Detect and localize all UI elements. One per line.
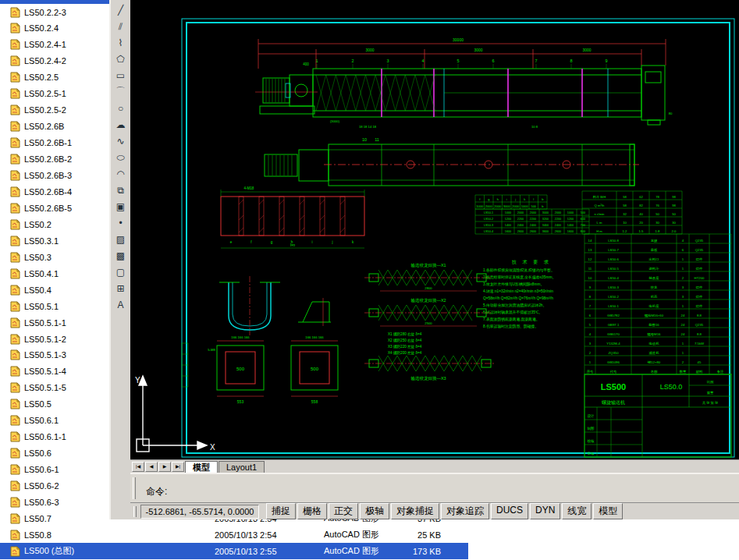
table-cell: 2000 xyxy=(530,211,536,214)
section-seg-dims: 166 166 166 xyxy=(305,335,324,339)
table-cell: 1400 xyxy=(567,224,574,227)
table-cell: 2000 xyxy=(555,211,561,214)
table-cell: 50 xyxy=(672,212,676,216)
table-cell: 3 xyxy=(682,285,684,289)
status-toggle-DUCS[interactable]: DUCS xyxy=(491,503,528,519)
table-cell: 1000 xyxy=(476,204,484,208)
tab-nav-last[interactable]: ▶| xyxy=(172,462,184,472)
status-toggle-极轴[interactable]: 极轴 xyxy=(360,503,389,519)
table-cell: 料斗 B/H xyxy=(593,195,606,199)
arc-tool-button[interactable]: ⌒ xyxy=(112,83,129,100)
tab-模型[interactable]: 模型 xyxy=(185,461,218,473)
tab-nav-next[interactable]: ▶ xyxy=(158,462,171,472)
table-cell: GB97.1 xyxy=(608,323,620,327)
spline-tool-button[interactable]: ∿ xyxy=(112,133,129,149)
table-cell: 轴承座 xyxy=(649,276,660,280)
table-cell: LS50-2 xyxy=(484,218,493,221)
table-cell: 材料 xyxy=(695,370,703,374)
section-inner-dim: 500 xyxy=(236,367,245,371)
dwg-file-icon xyxy=(10,203,20,214)
region-tool-button[interactable]: ▢ xyxy=(112,264,129,280)
table-cell: 98 xyxy=(672,195,676,199)
table-cell: 82 xyxy=(639,204,643,207)
file-item[interactable]: LS500 (总图)2005/10/13 2:55AutoCAD 图形173 K… xyxy=(0,543,739,559)
command-prompt[interactable]: 命令: xyxy=(146,485,167,498)
rectangle-tool-button[interactable]: ▭ xyxy=(112,67,129,83)
table-cell: 24 xyxy=(681,323,685,327)
status-toggle-对象追踪[interactable]: 对象追踪 xyxy=(441,503,489,519)
point-tool-button[interactable]: • xyxy=(112,214,129,231)
table-cell: 62 xyxy=(639,195,643,199)
table-cell: 500 xyxy=(531,204,536,208)
title-block: LS500 LS50.0 螺旋输送机 比例 重量 共 张 第 张 设计制图校核审… xyxy=(584,374,731,457)
tab-nav-first[interactable]: |◀ xyxy=(132,462,144,472)
status-bar: -512.6861, -65.5714, 0.0000 捕捉栅格正交极轴对象捕捉… xyxy=(130,503,739,519)
screw-dim-1: 2800 xyxy=(425,286,432,290)
table-cell: 1 xyxy=(682,267,684,271)
line-tool-button[interactable]: ╱ xyxy=(112,2,129,18)
mtext-tool-button[interactable]: A xyxy=(112,296,129,313)
tab-layout1[interactable]: Layout1 xyxy=(219,461,265,473)
table-tool-button[interactable]: ⊞ xyxy=(112,280,129,296)
status-toggle-线宽[interactable]: 线宽 xyxy=(562,503,592,519)
drawing-area[interactable]: 30000 3000 3000 3000 400 (3000) 18 18 14… xyxy=(130,0,739,459)
sign-row-label: 审核 xyxy=(588,452,595,455)
coordinate-readout[interactable]: -512.6861, -65.5714, 0.0000 xyxy=(140,505,259,519)
tick-dims-2: 10 8 xyxy=(531,125,538,129)
gradient-tool-button[interactable]: ▩ xyxy=(112,247,129,264)
table-cell: 1 xyxy=(682,304,684,308)
ucs-icon: Y X xyxy=(135,376,215,452)
table-cell: 76 xyxy=(656,204,659,207)
table-cell: ZQ350 xyxy=(608,351,619,355)
status-toggle-正交[interactable]: 正交 xyxy=(329,503,358,519)
dwg-file-icon xyxy=(10,285,20,296)
status-toggle-捕捉[interactable]: 捕捉 xyxy=(266,503,296,519)
status-toggle-栅格[interactable]: 栅格 xyxy=(297,503,327,519)
revision-cloud-tool-button[interactable]: ☁ xyxy=(112,116,129,133)
polygon-tool-button[interactable]: ⬠ xyxy=(112,51,129,67)
dwg-file-icon xyxy=(10,366,20,377)
table-cell: 2 xyxy=(682,276,684,280)
circle-tool-button[interactable]: ○ xyxy=(112,100,129,116)
dwg-file-icon xyxy=(10,219,20,230)
balloon-number: 9 xyxy=(605,58,607,63)
file-item[interactable]: LS50.82005/10/13 2:54AutoCAD 图形25 KB xyxy=(0,526,739,543)
base-frame-detail: 4-M18 l×n efghijk xyxy=(221,186,364,248)
ellipse-tool-button[interactable]: ⬭ xyxy=(112,149,129,165)
table-cell: f xyxy=(479,197,481,201)
dwg-file-icon xyxy=(10,546,20,557)
dwg-file-icon xyxy=(10,72,20,83)
status-toggle-DYN[interactable]: DYN xyxy=(530,503,560,519)
tab-nav-prev[interactable]: ◀ xyxy=(145,462,158,472)
dwg-file-icon xyxy=(10,497,20,508)
statusbar-grip[interactable] xyxy=(133,506,137,517)
command-grip[interactable] xyxy=(133,477,136,499)
insert-block-tool-button[interactable]: ⧉ xyxy=(112,182,129,198)
drawing-canvas[interactable]: 30000 3000 3000 3000 400 (3000) 18 18 14… xyxy=(130,0,739,459)
status-toggle-对象捕捉[interactable]: 对象捕捉 xyxy=(391,503,439,519)
table-cell: 1.2 xyxy=(623,229,627,233)
polyline-tool-button[interactable]: ⌇ xyxy=(112,34,129,51)
frame-column-letter: j xyxy=(332,240,333,244)
make-block-tool-button[interactable]: ▣ xyxy=(112,198,129,214)
screw-details: 输送绞龙焊接—X1 输送绞龙焊接—X2 输送绞龙焊接—X3 2800 2500 … xyxy=(364,263,496,381)
bracket-detail xyxy=(298,298,331,326)
status-toggle-模型[interactable]: 模型 xyxy=(593,503,623,519)
dwg-file-icon xyxy=(10,513,20,524)
table-cell: 螺栓M16×60 xyxy=(645,314,664,318)
table-cell: 键12×80 xyxy=(647,360,661,364)
table-cell: 1.8 xyxy=(656,229,660,233)
dwg-file-icon xyxy=(10,415,20,426)
hatch-tool-button[interactable]: ▨ xyxy=(112,231,129,247)
dwg-file-icon xyxy=(10,105,20,115)
table-cell: GB6170 xyxy=(607,332,620,336)
table-cell: 7.5kW xyxy=(695,342,705,346)
table-cell: 24 xyxy=(681,332,685,336)
table-cell: LS50-3 xyxy=(484,224,493,227)
table-cell: 2200 xyxy=(555,218,561,221)
table-cell: Y132M-4 xyxy=(606,342,620,346)
construction-line-tool-button[interactable]: ⫽ xyxy=(112,18,129,34)
ellipse-arc-tool-button[interactable]: ◠ xyxy=(112,165,129,182)
command-window[interactable]: 命令: xyxy=(130,473,739,503)
table-cell: 2600 xyxy=(555,230,561,233)
